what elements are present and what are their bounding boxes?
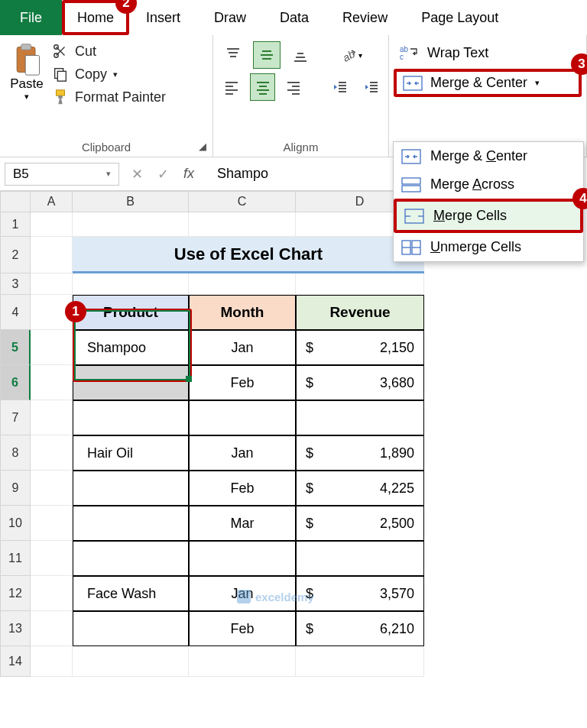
orientation-button[interactable]: ab▾ [337, 41, 365, 69]
align-center[interactable] [250, 73, 274, 101]
merge-cells-icon [404, 209, 424, 224]
svg-rect-41 [404, 76, 422, 90]
format-painter-label: Format Painter [75, 89, 166, 105]
format-painter-icon [52, 89, 69, 105]
row-header-14[interactable]: 14 [0, 646, 31, 677]
header-product[interactable]: Product [73, 295, 189, 330]
title-cell[interactable]: Use of Excel Chart [73, 237, 424, 273]
cell-b8[interactable]: Hair Oil [73, 435, 189, 471]
row-header-4[interactable]: 4 [0, 295, 31, 330]
align-top[interactable] [219, 41, 247, 69]
cell-c13[interactable]: Feb [189, 611, 296, 646]
dd-merge-center[interactable]: Merge & Center [394, 142, 583, 170]
align-middle[interactable] [253, 41, 281, 69]
copy-button[interactable]: Copy ▾ [52, 66, 166, 83]
cell-d10[interactable]: $2,500 [296, 506, 424, 541]
cell-d6[interactable]: $3,680 [296, 365, 424, 400]
cell-d7[interactable] [296, 400, 424, 435]
row-header-3[interactable]: 3 [0, 273, 31, 295]
svg-rect-2 [25, 56, 39, 76]
dd-unmerge[interactable]: Unmerge Cells [394, 233, 583, 261]
header-month[interactable]: Month [189, 295, 296, 330]
dd-merge-across[interactable]: Merge Across [394, 170, 583, 199]
merge-across-icon [401, 177, 421, 193]
cell-d8[interactable]: $1,890 [296, 435, 424, 471]
cell-c10[interactable]: Mar [189, 506, 296, 541]
cell-d5[interactable]: $2,150 [296, 330, 424, 365]
formula-content[interactable]: Shampo [202, 166, 268, 182]
col-header-b[interactable]: B [73, 191, 189, 212]
svg-rect-6 [57, 71, 66, 81]
merge-center-icon [401, 149, 421, 164]
dd-merge-cells[interactable]: Merge Cells [394, 199, 583, 233]
group-merge: abc Wrap Text Merge & Center ▾ 3 [389, 35, 587, 157]
svg-rect-44 [402, 186, 420, 192]
cell-b7[interactable] [73, 400, 189, 435]
row-header-10[interactable]: 10 [0, 506, 31, 541]
cell-b11[interactable] [73, 541, 189, 576]
cell-c6[interactable]: Feb [189, 365, 296, 400]
select-all-corner[interactable] [0, 191, 31, 212]
col-header-c[interactable]: C [189, 191, 296, 212]
cell-b12[interactable]: Face Wash [73, 576, 189, 611]
cell-b13[interactable] [73, 611, 189, 646]
svg-rect-7 [57, 90, 65, 95]
merge-center-button[interactable]: Merge & Center ▾ [394, 69, 582, 97]
fb-enter[interactable]: ✓ [150, 166, 176, 183]
cell-c7[interactable] [189, 400, 296, 435]
col-header-a[interactable]: A [31, 191, 73, 212]
cell-b6[interactable] [73, 365, 189, 400]
cut-icon [52, 43, 69, 60]
tab-page-layout[interactable]: Page Layout [404, 0, 515, 35]
tab-insert[interactable]: Insert [129, 0, 197, 35]
cell-c5[interactable]: Jan [189, 330, 296, 365]
cell-c8[interactable]: Jan [189, 435, 296, 471]
row-header-7[interactable]: 7 [0, 400, 31, 435]
cell-c9[interactable]: Feb [189, 471, 296, 506]
increase-indent[interactable] [358, 73, 383, 101]
paste-button[interactable]: Paste ▾ [5, 38, 49, 105]
cell-c11[interactable] [189, 541, 296, 576]
align-left[interactable] [219, 73, 244, 101]
wrap-text-button[interactable]: abc Wrap Text [394, 41, 582, 64]
tab-home[interactable]: Home 2 [62, 0, 129, 35]
ribbon-body: Paste ▾ Cut Copy ▾ Format Painter C [0, 35, 587, 157]
name-box[interactable]: B5 ▾ [5, 163, 119, 186]
row-header-1[interactable]: 1 [0, 212, 31, 237]
cell-b5[interactable]: Shampoo [73, 330, 189, 365]
format-painter-button[interactable]: Format Painter [52, 89, 166, 105]
row-header-9[interactable]: 9 [0, 471, 31, 506]
cut-button[interactable]: Cut [52, 43, 166, 60]
copy-icon [52, 66, 69, 83]
align-right[interactable] [281, 73, 306, 101]
row-header-13[interactable]: 13 [0, 611, 31, 646]
name-box-value: B5 [13, 167, 29, 182]
cell-b10[interactable] [73, 506, 189, 541]
alignment-group-label: Alignm [213, 141, 388, 154]
clipboard-launcher[interactable]: ◢ [199, 141, 206, 152]
cell-d13[interactable]: $6,210 [296, 611, 424, 646]
fb-cancel[interactable]: ✕ [124, 166, 150, 183]
tab-data[interactable]: Data [263, 0, 326, 35]
row-header-6[interactable]: 6 [0, 365, 31, 400]
tab-review[interactable]: Review [326, 0, 404, 35]
fb-fx[interactable]: fx [176, 166, 202, 182]
cell-d11[interactable] [296, 541, 424, 576]
decrease-indent[interactable] [328, 73, 352, 101]
row-header-8[interactable]: 8 [0, 435, 31, 471]
row-header-12[interactable]: 12 [0, 576, 31, 611]
cell-d9[interactable]: $4,225 [296, 471, 424, 506]
row-header-2[interactable]: 2 [0, 237, 31, 273]
dd-merge-across-label: Merge Across [430, 176, 514, 193]
cell-b9[interactable] [73, 471, 189, 506]
tab-file[interactable]: File [0, 0, 62, 35]
header-revenue[interactable]: Revenue [296, 295, 424, 330]
paste-label: Paste [10, 76, 43, 92]
tab-draw[interactable]: Draw [197, 0, 263, 35]
merge-dropdown: Merge & Center Merge Across Merge Cells … [393, 141, 584, 262]
row-header-5[interactable]: 5 [0, 330, 31, 365]
row-header-11[interactable]: 11 [0, 541, 31, 576]
svg-rect-1 [21, 44, 31, 50]
cell-d12[interactable]: $3,570 [296, 576, 424, 611]
align-bottom[interactable] [287, 41, 314, 69]
